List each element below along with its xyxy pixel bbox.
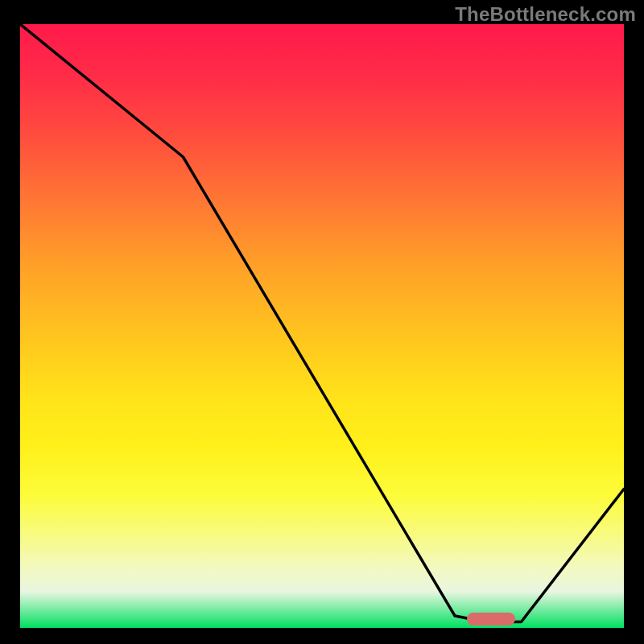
optimal-marker	[467, 613, 515, 625]
watermark-text: TheBottleneck.com	[455, 3, 636, 26]
curve-path	[20, 24, 624, 622]
chart-gradient-area	[20, 24, 624, 628]
bottleneck-curve	[20, 24, 624, 628]
